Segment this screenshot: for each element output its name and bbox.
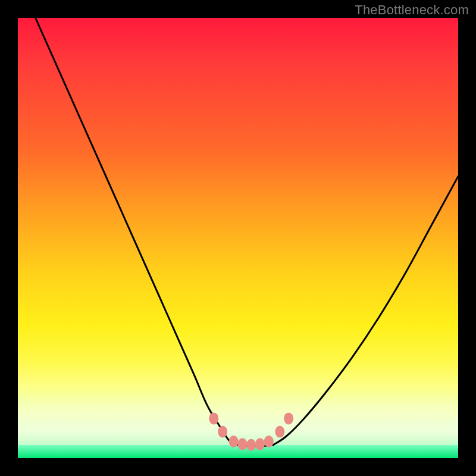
curve-right bbox=[273, 176, 458, 444]
marker-dot bbox=[275, 426, 284, 438]
marker-dot bbox=[209, 412, 218, 424]
marker-group bbox=[209, 412, 293, 450]
marker-dot bbox=[284, 412, 293, 424]
watermark-text: TheBottleneck.com bbox=[355, 2, 469, 18]
marker-dot bbox=[255, 438, 265, 450]
curve-layer bbox=[18, 18, 458, 458]
curve-left bbox=[36, 18, 238, 445]
marker-dot bbox=[237, 438, 247, 450]
marker-dot bbox=[246, 439, 256, 451]
marker-dot bbox=[218, 426, 227, 438]
marker-dot bbox=[264, 436, 274, 447]
chart-frame: TheBottleneck.com bbox=[0, 0, 476, 476]
plot-area bbox=[18, 18, 458, 458]
marker-dot bbox=[229, 436, 239, 447]
